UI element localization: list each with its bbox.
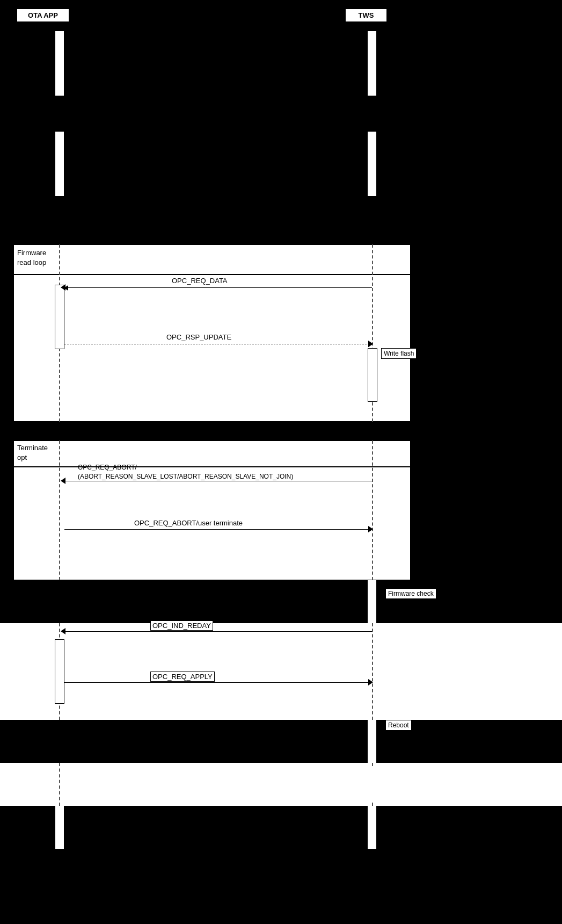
opc-rsp-update-arrowhead — [368, 341, 373, 347]
white-section-bottom — [0, 763, 562, 806]
reboot-note: Reboot — [385, 720, 412, 731]
opc-req-abort-user-arrow — [64, 529, 372, 530]
ota-lifeline-final — [55, 806, 64, 849]
opc-req-data-label: OPC_REQ_DATA — [172, 277, 228, 285]
opc-rsp-update-arrow — [64, 344, 372, 344]
actor-tws: TWS — [345, 8, 388, 23]
loop-frame-separator — [13, 274, 411, 275]
ota-lifeline-opt — [59, 441, 60, 580]
opc-req-apply-label-box: OPC_REQ_APPLY — [150, 672, 215, 682]
tws-activation-write-flash — [368, 348, 377, 402]
ota-lifeline-top1 — [55, 31, 64, 96]
opc-ind-reday-label-box: OPC_IND_REDAY — [150, 620, 213, 631]
tws-lifeline-opt — [372, 441, 373, 580]
opc-req-data-arrowhead — [61, 284, 65, 291]
firmware-check-note: Firmware check — [385, 588, 436, 599]
opc-rsp-update-label: OPC_RSP_UPDATE — [166, 333, 231, 341]
opc-req-abort-user-arrowhead — [368, 526, 373, 532]
black-section-bottom1 — [0, 720, 562, 763]
opc-req-abort-user-label: OPC_REQ_ABORT/user terminate — [134, 519, 243, 527]
ota-activation-mid — [55, 639, 64, 704]
write-flash-note: Write flash — [381, 348, 417, 359]
tws-lifeline-mid2 — [372, 623, 373, 720]
opc-req-apply-arrow — [64, 682, 372, 683]
tws-lifeline-top1 — [368, 31, 376, 96]
black-section-final — [0, 806, 562, 924]
tws-lifeline-bottombar — [368, 768, 376, 800]
opc-req-data-arrow — [64, 287, 372, 288]
ota-lifeline-top2 — [55, 132, 64, 196]
opc-ind-reday-arrow — [64, 631, 372, 632]
ota-lifeline-bottom — [59, 763, 60, 806]
top-section — [0, 0, 562, 231]
firmware-read-loop-label: Firmwareread loop — [17, 248, 46, 268]
actor-ota-app: OTA APP — [16, 8, 70, 23]
terminate-opt-frame — [13, 441, 411, 580]
opc-ind-reday-arrowhead — [61, 628, 65, 634]
tws-lifeline-top2 — [368, 132, 376, 196]
tws-lifeline-mid — [368, 580, 376, 623]
opc-req-abort-auto-label: OPC_REQ_ABORT/(ABORT_REASON_SLAVE_LOST/A… — [78, 463, 293, 481]
opc-req-apply-arrowhead — [368, 679, 373, 685]
black-section-mid — [0, 580, 562, 623]
white-section-mid — [0, 623, 562, 720]
terminate-opt-label: Terminateopt — [17, 443, 48, 463]
tws-lifeline-bottom1 — [368, 720, 376, 763]
ota-activation-loop — [55, 285, 64, 349]
sequence-diagram: OTA APP TWS Firmwareread loop OPC_REQ_DA… — [0, 0, 562, 924]
tws-lifeline-final — [368, 806, 376, 849]
opc-req-abort-auto-arrowhead — [61, 478, 65, 484]
